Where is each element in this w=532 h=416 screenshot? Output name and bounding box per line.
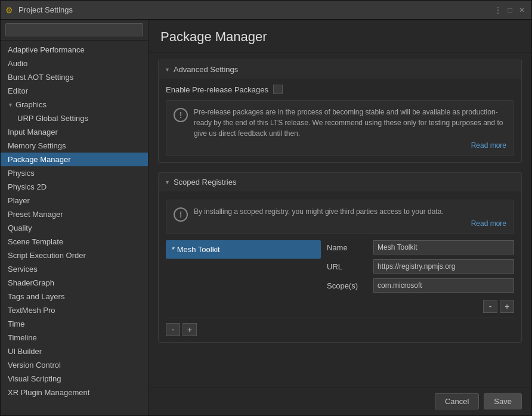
menu-button[interactable]: ⋮ xyxy=(493,5,503,15)
sidebar-item-textmesh-pro[interactable]: TextMesh Pro xyxy=(1,303,148,317)
main-scroll: ▼ Advanced Settings Enable Pre-release P… xyxy=(149,52,531,387)
main-footer: Cancel Save xyxy=(149,387,531,415)
registry-actions: - + xyxy=(327,300,514,313)
chevron-down-icon: ▼ xyxy=(165,67,170,73)
sidebar-item-tags-and-layers[interactable]: Tags and Layers xyxy=(1,290,148,303)
page-title: Package Manager xyxy=(160,29,519,45)
cancel-button[interactable]: Cancel xyxy=(435,393,479,409)
scoped-registries-title: Scoped Registries xyxy=(174,178,237,187)
title-bar: ⚙ Project Settings ⋮ □ ✕ xyxy=(1,1,531,20)
scopes-field-row: Scope(s) xyxy=(327,278,514,293)
main-header: Package Manager xyxy=(149,20,531,52)
registry-fields: Name URL Scope(s) xyxy=(327,240,514,313)
info-icon: ! xyxy=(174,108,188,122)
sidebar: 🔍 Adaptive PerformanceAudioBurst AOT Set… xyxy=(1,20,149,415)
advanced-info-box: ! Pre-release packages are in the proces… xyxy=(166,100,514,156)
window-body: 🔍 Adaptive PerformanceAudioBurst AOT Set… xyxy=(1,20,531,415)
close-button[interactable]: ✕ xyxy=(517,5,527,15)
url-label: URL xyxy=(327,262,369,271)
name-label: Name xyxy=(327,243,369,252)
prerelease-checkbox[interactable] xyxy=(273,85,283,94)
sidebar-item-visual-scripting[interactable]: Visual Scripting xyxy=(1,372,148,386)
sidebar-item-package-manager[interactable]: Package Manager xyxy=(1,153,148,166)
sidebar-item-editor[interactable]: Editor xyxy=(1,84,148,98)
sidebar-item-player[interactable]: Player xyxy=(1,194,148,207)
url-field-row: URL xyxy=(327,259,514,274)
advanced-info-text: Pre-release packages are in the process … xyxy=(194,107,506,139)
chevron-down-icon-2: ▼ xyxy=(165,179,170,185)
registry-layout: * Mesh Toolkit Name URL xyxy=(166,240,514,313)
sidebar-item-timeline[interactable]: Timeline xyxy=(1,331,148,344)
registry-item-mesh-toolkit[interactable]: * Mesh Toolkit xyxy=(166,240,321,259)
name-input[interactable] xyxy=(373,240,514,254)
sidebar-group-graphics[interactable]: ▼Graphics xyxy=(1,98,148,111)
registry-list: * Mesh Toolkit xyxy=(166,240,321,313)
project-settings-window: ⚙ Project Settings ⋮ □ ✕ 🔍 Adaptive Perf… xyxy=(0,0,532,416)
url-input[interactable] xyxy=(373,259,514,274)
list-minus-button[interactable]: - xyxy=(166,323,180,336)
window-title: Project Settings xyxy=(18,5,493,14)
main-content: Package Manager ▼ Advanced Settings Enab… xyxy=(149,20,531,415)
sidebar-list: Adaptive PerformanceAudioBurst AOT Setti… xyxy=(1,41,148,415)
scoped-registries-header[interactable]: ▼ Scoped Registries xyxy=(159,173,521,191)
prerelease-toggle-row: Enable Pre-release Packages xyxy=(166,85,514,94)
save-button[interactable]: Save xyxy=(484,393,522,409)
advanced-read-more[interactable]: Read more xyxy=(194,141,506,150)
sidebar-item-adaptive-performance[interactable]: Adaptive Performance xyxy=(1,43,148,57)
prerelease-label: Enable Pre-release Packages xyxy=(166,85,268,94)
name-field-row: Name xyxy=(327,240,514,254)
sidebar-item-xr-plugin[interactable]: XR Plugin Management xyxy=(1,386,148,399)
sidebar-item-version-control[interactable]: Version Control xyxy=(1,358,148,372)
search-wrapper: 🔍 xyxy=(5,23,143,36)
scoped-registries-body: ! By installing a scoped registry, you m… xyxy=(159,191,521,342)
search-bar: 🔍 xyxy=(1,20,148,41)
maximize-button[interactable]: □ xyxy=(505,5,515,15)
sidebar-item-burst-aot[interactable]: Burst AOT Settings xyxy=(1,70,148,84)
scoped-read-more[interactable]: Read more xyxy=(194,219,506,228)
sidebar-item-physics[interactable]: Physics xyxy=(1,166,148,180)
scoped-info-box: ! By installing a scoped registry, you m… xyxy=(166,200,514,234)
sidebar-item-audio[interactable]: Audio xyxy=(1,57,148,70)
window-controls: ⋮ □ ✕ xyxy=(493,5,527,15)
sidebar-item-shader-graph[interactable]: ShaderGraph xyxy=(1,276,148,290)
sidebar-item-scene-template[interactable]: Scene Template xyxy=(1,235,148,249)
sidebar-item-ui-builder[interactable]: UI Builder xyxy=(1,344,148,358)
sidebar-item-time[interactable]: Time xyxy=(1,317,148,331)
sidebar-item-preset-manager[interactable]: Preset Manager xyxy=(1,207,148,221)
sidebar-item-quality[interactable]: Quality xyxy=(1,221,148,235)
advanced-settings-header[interactable]: ▼ Advanced Settings xyxy=(159,60,521,79)
sidebar-item-script-execution-order[interactable]: Script Execution Order xyxy=(1,249,148,262)
chevron-icon: ▼ xyxy=(8,102,13,108)
search-input[interactable] xyxy=(5,23,143,36)
sidebar-group-label: Graphics xyxy=(16,100,47,109)
sidebar-item-urp-global[interactable]: URP Global Settings xyxy=(1,111,148,125)
list-plus-button[interactable]: + xyxy=(183,323,197,336)
sidebar-item-memory-settings[interactable]: Memory Settings xyxy=(1,139,148,153)
list-actions: - + xyxy=(166,318,514,336)
advanced-settings-section: ▼ Advanced Settings Enable Pre-release P… xyxy=(158,60,522,163)
advanced-settings-title: Advanced Settings xyxy=(174,65,238,74)
scope-plus-button[interactable]: + xyxy=(500,300,514,313)
sidebar-item-physics-2d[interactable]: Physics 2D xyxy=(1,180,148,194)
scoped-info-text: By installing a scoped registry, you mig… xyxy=(194,206,506,217)
scoped-registries-section: ▼ Scoped Registries ! By installing a sc… xyxy=(158,172,522,343)
scopes-label: Scope(s) xyxy=(327,281,369,290)
sidebar-item-input-manager[interactable]: Input Manager xyxy=(1,125,148,139)
advanced-settings-body: Enable Pre-release Packages ! Pre-releas… xyxy=(159,79,521,162)
scopes-input[interactable] xyxy=(373,278,514,293)
sidebar-item-services[interactable]: Services xyxy=(1,262,148,276)
scope-minus-button[interactable]: - xyxy=(483,300,497,313)
window-icon: ⚙ xyxy=(5,5,15,15)
scope-info-icon: ! xyxy=(174,207,188,222)
